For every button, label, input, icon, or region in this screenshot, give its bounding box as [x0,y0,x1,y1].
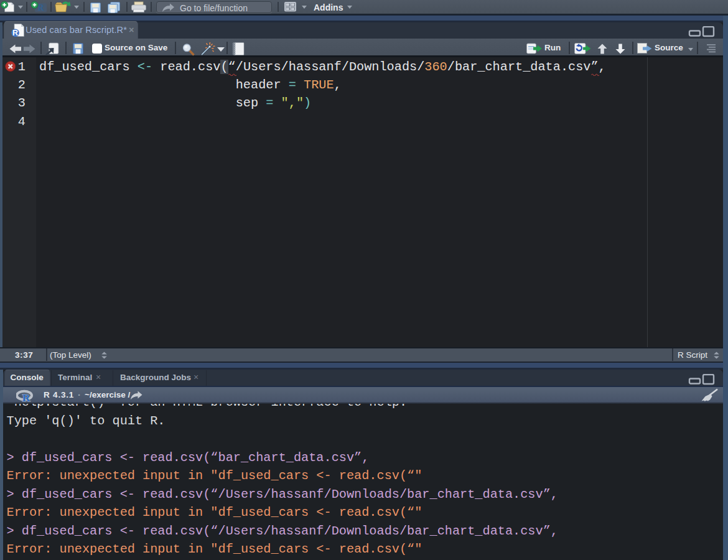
svg-text:R: R [22,391,30,404]
svg-text:R: R [37,3,44,12]
svg-text:R: R [12,29,18,37]
